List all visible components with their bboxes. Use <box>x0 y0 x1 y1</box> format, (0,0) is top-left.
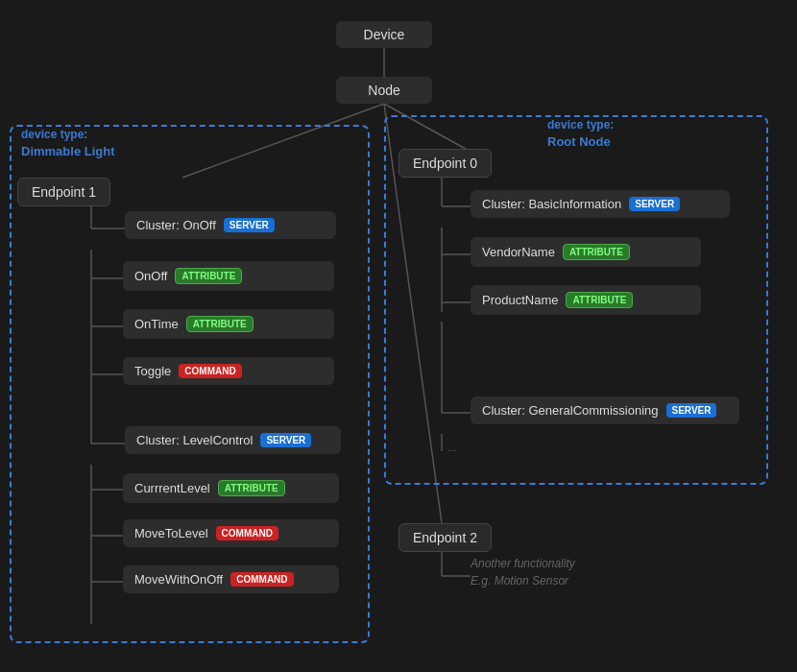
command-badge-3: COMMAND <box>230 572 293 587</box>
server-badge: SERVER <box>224 218 275 232</box>
command-badge-2: COMMAND <box>216 526 278 540</box>
ontime-attribute: OnTime ATTRIBUTE <box>123 309 334 339</box>
attribute-badge-5: ATTRIBUTE <box>566 292 633 308</box>
device-node: Device <box>336 21 432 48</box>
currentlevel-attribute: CurrrentLevel ATTRIBUTE <box>123 473 339 503</box>
server-badge-3: SERVER <box>629 197 680 211</box>
attribute-badge-2: ATTRIBUTE <box>186 316 254 332</box>
command-badge: COMMAND <box>179 364 241 378</box>
attribute-badge-3: ATTRIBUTE <box>218 480 285 496</box>
attribute-badge: ATTRIBUTE <box>175 268 242 284</box>
cluster-levelcontrol: Cluster: LevelControl SERVER <box>125 426 341 454</box>
attribute-badge-4: ATTRIBUTE <box>563 244 630 260</box>
endpoint2-label: Endpoint 2 <box>398 523 492 552</box>
cluster-basicinfo: Cluster: BasicInformation SERVER <box>471 190 730 218</box>
onoff-attribute: OnOff ATTRIBUTE <box>123 261 334 291</box>
cluster-generalcommissioning: Cluster: GeneralCommissioning SERVER <box>471 396 739 424</box>
root-node-label: device type: Root Node <box>547 117 614 151</box>
functionality-description: Another functionality E.g. Motion Sensor <box>471 555 575 589</box>
server-badge-2: SERVER <box>260 433 311 447</box>
productname-attribute: ProductName ATTRIBUTE <box>471 285 701 315</box>
endpoint1-label: Endpoint 1 <box>17 178 110 206</box>
movetolevel-command: MoveToLevel COMMAND <box>123 519 339 547</box>
dimmable-light-label: device type: Dimmable Light <box>21 127 115 160</box>
vendorname-attribute: VendorName ATTRIBUTE <box>471 237 701 267</box>
more-indicator: ... <box>447 442 456 453</box>
cluster-onoff: Cluster: OnOff SERVER <box>125 211 336 239</box>
toggle-command: Toggle COMMAND <box>123 357 334 385</box>
node-node: Node <box>336 77 432 104</box>
movewithonoff-command: MoveWithOnOff COMMAND <box>123 565 339 593</box>
endpoint0-label: Endpoint 0 <box>398 149 492 178</box>
server-badge-4: SERVER <box>666 403 717 418</box>
